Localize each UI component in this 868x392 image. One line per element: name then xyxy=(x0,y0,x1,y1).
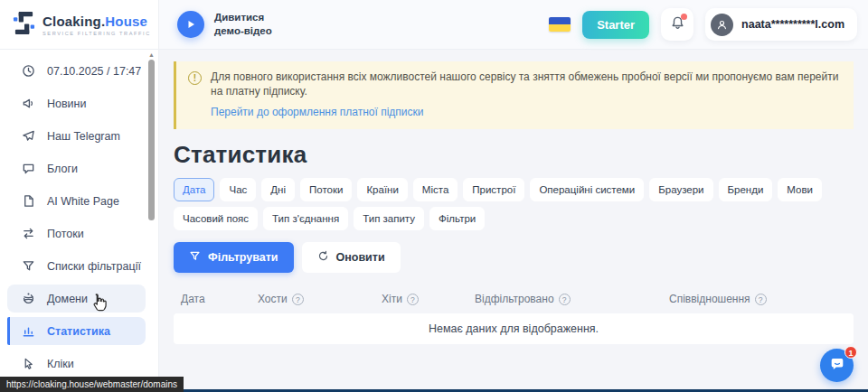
page-icon xyxy=(21,194,35,209)
sidebar-item-filter-lists[interactable]: Списки фільтрації xyxy=(7,252,146,280)
scrollbar-thumb[interactable] xyxy=(148,60,155,220)
watch-demo-button[interactable]: Дивитися демо-відео xyxy=(177,11,272,38)
funnel-icon xyxy=(189,250,201,265)
user-email: naata**********l.com xyxy=(741,18,844,31)
telegram-icon xyxy=(21,129,35,144)
sidebar-scrollbar: ▲ ▼ xyxy=(146,51,156,390)
plan-button[interactable]: Starter xyxy=(582,11,649,39)
sidebar-item-telegram[interactable]: Наш Telegram xyxy=(7,122,146,150)
help-icon[interactable]: ? xyxy=(407,294,419,305)
sidebar: Cloaking.House SERVICE FILTERING TRAFFIC… xyxy=(0,0,159,392)
tab-brands[interactable]: Бренди xyxy=(719,178,773,201)
column-header-ratio: Співвідношення? xyxy=(669,293,846,305)
trial-warning-banner: ! Для повного використання всіх можливос… xyxy=(174,61,854,129)
help-icon[interactable]: ? xyxy=(559,294,571,305)
notifications-button[interactable] xyxy=(661,8,693,41)
link-status-bar: https://cloaking.house/webmaster/domains xyxy=(0,377,184,392)
streams-icon xyxy=(21,227,35,241)
warning-icon: ! xyxy=(188,71,202,85)
chat-badge: 1 xyxy=(844,346,857,359)
help-icon[interactable]: ? xyxy=(755,294,767,305)
tab-time[interactable]: Час xyxy=(220,178,256,201)
clock-icon xyxy=(21,64,35,79)
tab-operating-systems[interactable]: Операційні системи xyxy=(530,178,644,201)
table-header-row: Дата Хости? Хіти? Відфільтровано? Співві… xyxy=(174,285,854,313)
page-title: Статистика xyxy=(174,141,854,169)
chat-bubble-icon xyxy=(829,356,845,376)
chat-widget-button[interactable]: 1 xyxy=(820,349,854,382)
demo-label-line1: Дивитися xyxy=(214,11,272,24)
filter-button[interactable]: Фільтрувати xyxy=(174,242,294,273)
tab-filters[interactable]: Фільтри xyxy=(429,207,485,230)
top-header: Дивитися демо-відео Starter naata*******… xyxy=(159,0,868,50)
sidebar-item-news[interactable]: Новини xyxy=(7,89,146,117)
sidebar-nav: 07.10.2025 / 17:47 Новини Наш Telegram Б… xyxy=(0,50,158,378)
tab-languages[interactable]: Мови xyxy=(778,178,822,201)
language-flag-ukraine[interactable] xyxy=(549,17,571,32)
empty-state-message: Немає даних для відображення. xyxy=(429,322,599,335)
sidebar-item-statistics[interactable]: Статистика xyxy=(7,317,146,345)
play-icon xyxy=(177,11,204,38)
sidebar-item-streams[interactable]: Потоки xyxy=(7,219,146,247)
refresh-button[interactable]: Оновити xyxy=(302,242,401,273)
scrollbar-up-arrow[interactable]: ▲ xyxy=(146,51,156,59)
megaphone-icon xyxy=(21,97,35,111)
empty-state-row: Немає даних для відображення. xyxy=(174,313,854,344)
tab-browsers[interactable]: Браузери xyxy=(649,178,712,201)
tab-timezone[interactable]: Часовий пояс xyxy=(174,207,258,230)
sidebar-item-ai-white-page[interactable]: AI White Page xyxy=(7,187,146,215)
sidebar-item-domains[interactable]: Домени xyxy=(7,285,146,313)
logo[interactable]: Cloaking.House SERVICE FILTERING TRAFFIC xyxy=(0,0,158,50)
avatar-icon xyxy=(711,14,733,36)
column-header-date: Дата xyxy=(181,293,258,305)
subscribe-link[interactable]: Перейти до оформлення платної підписки xyxy=(211,106,424,118)
help-icon[interactable]: ? xyxy=(292,294,304,305)
statistics-table: Дата Хости? Хіти? Відфільтровано? Співві… xyxy=(174,285,854,344)
stat-tabs: Дата Час Дні Потоки Країни Міста Пристро… xyxy=(174,178,843,230)
tab-date[interactable]: Дата xyxy=(174,178,214,201)
column-header-filtered: Відфільтровано? xyxy=(475,293,669,305)
brand-name: Cloaking.House xyxy=(42,14,151,29)
sidebar-item-datetime[interactable]: 07.10.2025 / 17:47 xyxy=(7,57,146,85)
tab-devices[interactable]: Пристрої xyxy=(463,178,524,201)
demo-label-line2: демо-відео xyxy=(214,24,272,38)
main-content: ! Для повного використання всіх можливос… xyxy=(159,50,868,392)
logo-mark-icon xyxy=(13,10,35,40)
funnel-icon xyxy=(21,259,35,274)
notification-dot xyxy=(681,14,687,20)
column-header-hits: Хіти? xyxy=(382,293,475,305)
tab-streams[interactable]: Потоки xyxy=(300,178,352,201)
tab-countries[interactable]: Країни xyxy=(357,178,407,201)
tab-connection-type[interactable]: Тип з'єднання xyxy=(263,207,348,230)
bar-chart-icon xyxy=(21,324,35,339)
tab-days[interactable]: Дні xyxy=(261,178,295,201)
globe-icon xyxy=(21,292,35,306)
banner-message: Для повного використання всіх можливосте… xyxy=(211,70,839,98)
cursor-icon xyxy=(21,357,35,371)
sidebar-item-clicks[interactable]: Кліки xyxy=(7,350,146,378)
refresh-icon xyxy=(317,250,329,265)
tab-cities[interactable]: Міста xyxy=(413,178,458,201)
tab-request-type[interactable]: Тип запиту xyxy=(354,207,424,230)
chat-bubble-icon xyxy=(21,162,35,176)
brand-tagline: SERVICE FILTERING TRAFFIC xyxy=(42,31,151,36)
sidebar-item-blogs[interactable]: Блоги xyxy=(7,154,146,182)
column-header-hosts: Хости? xyxy=(258,293,382,305)
user-account-button[interactable]: naata**********l.com xyxy=(705,8,857,41)
